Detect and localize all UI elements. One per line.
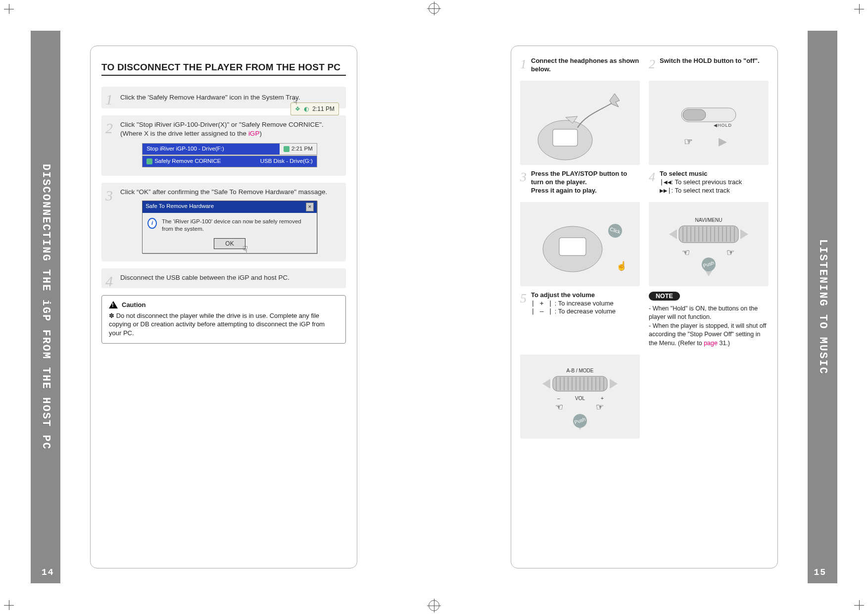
step-3-text: Click “OK” after confirming the "Safe To…	[120, 188, 327, 196]
crop-mark	[854, 4, 864, 14]
note-page-ref: page	[704, 340, 718, 347]
step-2: 2 Click "Stop iRiver iGP-100-Driver(X)" …	[101, 115, 346, 176]
svg-text:A-B / MODE: A-B / MODE	[566, 368, 593, 373]
arrow-right-icon: ▶	[719, 135, 727, 148]
note-line-2: - When the player is stopped, it will sh…	[649, 322, 769, 348]
warning-icon	[109, 301, 118, 308]
r-step-4-head: To select music	[660, 170, 708, 177]
svg-marker-48	[610, 379, 618, 389]
r-step-2-text: Switch the HOLD button to "off".	[660, 57, 760, 64]
step-number: 4	[105, 271, 113, 292]
step-2-line2a: (Where X is the drive letter assigned to…	[120, 130, 248, 137]
dialog-title: Safe To Remove Hardware	[145, 203, 214, 211]
page-left: DISCONNECTING THE iGP FROM THE HOST PC 1…	[31, 31, 434, 583]
r-step-4: 4 To select music : To select previous t…	[649, 170, 769, 195]
caution-heading: Caution	[122, 301, 145, 309]
svg-text:–: –	[557, 396, 560, 401]
close-icon: ×	[306, 203, 314, 211]
r-step-3-line2: Press it again to play.	[531, 187, 597, 194]
left-panel: TO DISCONNECT THE PLAYER FROM THE HOST P…	[90, 46, 357, 568]
dialog-titlebar: Safe To Remove Hardware ×	[143, 201, 317, 213]
crop-mark	[4, 600, 14, 610]
vol-down-icon	[531, 307, 553, 315]
r-step-5-head: To adjust the volume	[531, 291, 595, 299]
illus-volume: A-B / MODE – VOL +	[520, 355, 640, 439]
note-label: NOTE	[649, 292, 680, 301]
page-right: LISTENING TO MUSIC 15 1 Connect the head…	[434, 31, 837, 583]
player-headphone-icon	[526, 81, 634, 165]
cursor-hand-icon: ☟	[293, 97, 298, 107]
step-2-line2b: )	[259, 130, 262, 137]
svg-rect-3	[683, 109, 706, 120]
menu-row-stop-driver: Stop iRiver iGP-100 - Drive(F:) 2:21 PM	[142, 143, 317, 155]
step-number: 2	[649, 56, 655, 73]
panel-title: TO DISCONNECT THE PLAYER FROM THE HOST P…	[101, 62, 346, 73]
right-tab-label: LISTENING TO MUSIC	[817, 239, 829, 375]
dialog-body-text: The 'iRiver iGP-100' device can now be s…	[162, 218, 312, 233]
page-number-right: 15	[814, 567, 826, 577]
r-step-1: 1 Connect the headphones as shown below.	[520, 57, 640, 74]
info-icon: i	[147, 218, 157, 229]
r-step-3: 3 Press the PLAY/STOP button to turn on …	[520, 170, 640, 195]
r-step-4-next: : To select next track	[671, 187, 729, 194]
menu-row-remove-cornice: Safely Remove CORNICE USB Disk - Drive(G…	[142, 155, 317, 167]
navi-knob-icon: NAVI/MENU ☜ ☞	[654, 202, 763, 286]
r-step-2: 2 Switch the HOLD button to "off".	[649, 57, 769, 74]
step-number: 4	[649, 169, 655, 186]
registration-mark-icon	[429, 600, 439, 611]
svg-text:VOL: VOL	[575, 396, 585, 401]
next-track-icon	[660, 187, 671, 194]
svg-text:☞: ☞	[726, 248, 734, 257]
registration-mark-icon	[429, 3, 439, 14]
step-2-igp: iGP	[248, 130, 260, 137]
right-panel: 1 Connect the headphones as shown below.…	[511, 46, 778, 568]
svg-text:☜: ☜	[555, 402, 563, 412]
tray-volume-icon: ◐	[304, 105, 309, 112]
note-block: NOTE - When "Hold" is ON, the buttons on…	[649, 291, 769, 348]
player-click-icon	[526, 202, 634, 286]
spacer	[649, 353, 769, 439]
svg-text:+: +	[601, 396, 604, 401]
note-line-1: - When "Hold" is ON, the buttons on the …	[649, 305, 769, 322]
crop-mark	[854, 600, 864, 610]
step-2-line1: Click "Stop iRiver iGP-100-Driver(X)" or…	[120, 121, 324, 128]
svg-rect-5	[559, 238, 586, 256]
tray-mini-icon	[284, 146, 289, 152]
r-step-3-line1: Press the PLAY/STOP button to turn on th…	[531, 170, 627, 186]
safely-remove-menu-mock: Stop iRiver iGP-100 - Drive(F:) 2:21 PM …	[142, 143, 317, 167]
menu-row1-time: 2:21 PM	[291, 145, 313, 153]
right-section-tab: LISTENING TO MUSIC 15	[808, 31, 837, 583]
svg-rect-7	[679, 226, 738, 243]
prev-track-icon	[660, 178, 671, 186]
tray-time: 2:11 PM	[312, 105, 335, 112]
safe-to-remove-dialog-mock: Safe To Remove Hardware × i The 'iRiver …	[142, 201, 317, 254]
crop-mark	[4, 4, 14, 14]
step-1: 1 Click the 'Safely Remove Hardware" ico…	[101, 87, 346, 108]
svg-marker-24	[669, 229, 677, 239]
caution-body: Do not disconnect the player while the d…	[109, 311, 338, 338]
illus-headphones	[520, 81, 640, 165]
r-step-1-text: Connect the headphones as shown below.	[531, 57, 639, 73]
step-number: 3	[520, 169, 527, 186]
hold-switch-icon: ◀HOLD ☞ ▶	[654, 81, 763, 165]
hold-label: ◀HOLD	[714, 123, 732, 128]
step-number: 2	[105, 118, 113, 139]
step-number: 3	[105, 186, 113, 206]
drive-icon	[146, 158, 152, 164]
step-3: 3 Click “OK” after confirming the "Safe …	[101, 183, 346, 261]
page-number-left: 14	[42, 567, 54, 577]
caution-block: Caution Do not disconnect the player whi…	[101, 295, 346, 344]
left-section-tab: DISCONNECTING THE iGP FROM THE HOST PC 1…	[31, 31, 60, 583]
r-step-4-prev: : To select previous track	[671, 178, 742, 186]
illus-play-stop: Click ☝	[520, 202, 640, 286]
dialog-ok-button: OK	[214, 238, 245, 249]
step-1-text: Click the 'Safely Remove Hardware" icon …	[120, 94, 300, 101]
svg-text:☜: ☜	[682, 248, 690, 257]
illus-navi-menu: NAVI/MENU ☜ ☞	[649, 202, 769, 286]
r-step-5-up: : To increase volume	[553, 300, 614, 307]
svg-marker-47	[542, 379, 550, 389]
step-4: 4 Disconnect the USB cable between the i…	[101, 268, 346, 288]
pointing-hand-icon: ☞	[684, 136, 693, 147]
title-rule	[101, 75, 346, 76]
r-step-5-dn: : To decrease volume	[553, 307, 616, 315]
